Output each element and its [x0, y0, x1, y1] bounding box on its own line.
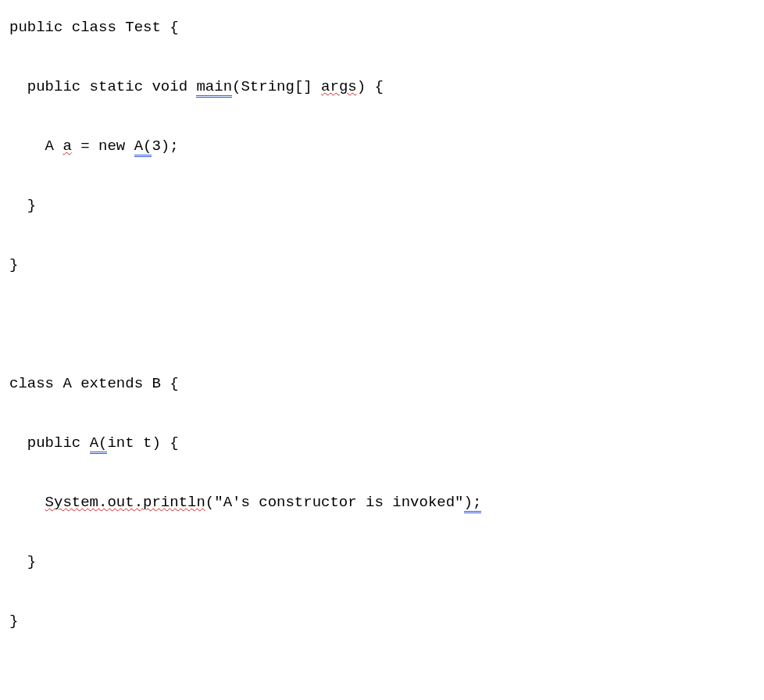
line-4: } [9, 197, 36, 214]
line-2c: (String[] [232, 78, 321, 95]
line-3c: = new [72, 138, 134, 155]
line-3e: 3); [152, 138, 178, 155]
line-2a: public static void [9, 78, 196, 95]
ctor-A-def: A( [90, 434, 108, 454]
var-a: a [62, 138, 71, 155]
line-7c: int t) { [107, 434, 178, 452]
line-3a: A [9, 138, 62, 155]
line-8a [9, 494, 45, 511]
line-5: } [9, 256, 18, 273]
line-8c: ("A's constructor is invoked" [205, 494, 464, 511]
line-6: class A extends B { [9, 375, 179, 392]
stmt-end-A: ); [464, 494, 482, 513]
line-10: } [9, 612, 18, 630]
line-1: public class Test { [9, 19, 179, 36]
ctor-call-A: A( [134, 138, 152, 157]
line-9: } [9, 553, 36, 570]
code-block: public class Test { public static void m… [0, 0, 764, 700]
sysout-A: System.out.println [45, 494, 205, 511]
line-2e: ) { [357, 78, 384, 95]
method-main: main [196, 78, 232, 98]
param-args: args [321, 78, 357, 95]
line-7a: public [9, 434, 90, 452]
